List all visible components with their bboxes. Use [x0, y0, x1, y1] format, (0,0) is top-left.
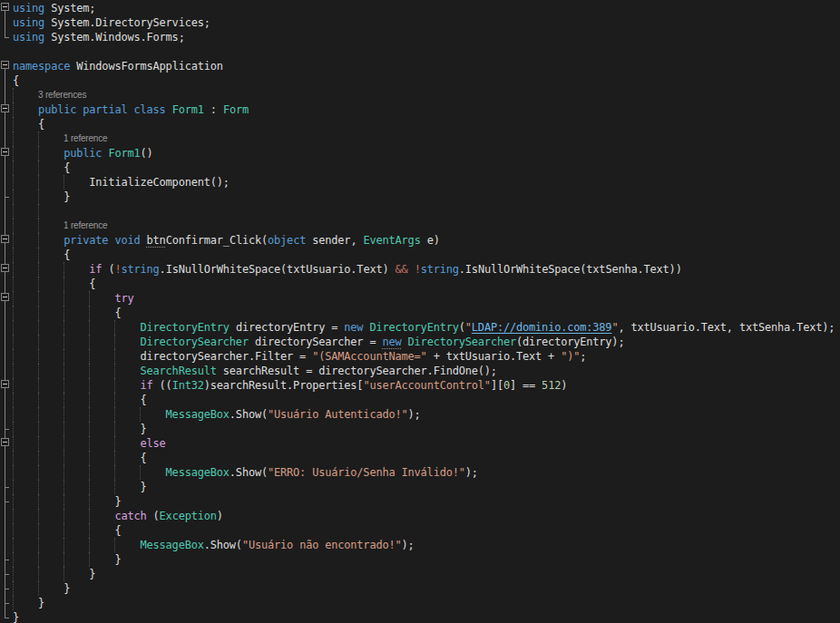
code-token: if	[141, 379, 153, 392]
indent-guide	[13, 552, 14, 567]
indent-guide	[13, 233, 14, 248]
fold-collapse-button[interactable]	[1, 235, 9, 243]
code-token: DirectorySearcher	[141, 336, 249, 348]
minus-icon	[3, 384, 7, 385]
indent-guide	[13, 190, 14, 204]
code-token: new	[382, 336, 401, 348]
indent-guide	[13, 306, 14, 320]
fold-collapse-button[interactable]	[1, 438, 9, 446]
code-token: e)	[421, 234, 440, 247]
code-row: {	[0, 306, 840, 320]
indent-guide	[89, 436, 90, 451]
code-token: 0	[503, 379, 510, 392]
code-token: directorySearcher.Filter =	[13, 350, 312, 363]
code-token: )	[217, 510, 223, 522]
code-token: MessageBox	[166, 408, 230, 421]
indent-guide	[13, 523, 14, 538]
indent-guide	[13, 175, 14, 190]
indent-guide	[38, 567, 39, 581]
indent-guide	[140, 407, 141, 422]
indent-guide	[63, 349, 64, 364]
indent-guide	[63, 378, 64, 393]
code-row: }	[0, 190, 840, 204]
code-token: }	[13, 495, 121, 508]
indent-guide	[63, 393, 64, 407]
code-token	[13, 321, 141, 334]
codelens-references-link[interactable]: 1 reference	[63, 131, 107, 145]
code-row: {	[0, 161, 840, 175]
indent-guide	[114, 349, 115, 364]
fold-scope-end	[5, 618, 9, 618]
code-token: !	[415, 263, 421, 276]
indent-guide	[13, 88, 14, 102]
indent-guide	[89, 523, 90, 538]
code-token: );	[402, 539, 415, 551]
indent-guide	[114, 364, 115, 378]
indent-guide	[13, 146, 14, 161]
indent-guide	[63, 306, 64, 320]
fold-collapse-button[interactable]	[1, 380, 9, 388]
code-token: }	[13, 582, 70, 595]
indent-guide	[63, 320, 64, 335]
code-token: {	[13, 307, 121, 319]
code-token: InitializeComponent();	[13, 176, 230, 189]
code-token	[13, 539, 141, 551]
indent-guide	[38, 248, 39, 262]
indent-guide	[114, 436, 115, 451]
url-link[interactable]: LDAP://dominio.com:389	[472, 321, 612, 334]
indent-guide	[38, 465, 39, 480]
indent-guide	[38, 523, 39, 538]
code-token: (	[459, 321, 465, 334]
indent-guide	[140, 465, 141, 480]
code-token: DirectoryEntry	[141, 321, 230, 334]
codelens-references-link[interactable]: 3 references	[38, 88, 86, 102]
code-row: namespace WindowsFormsApplication	[0, 59, 840, 73]
code-row: {	[0, 277, 840, 291]
code-row: {	[0, 73, 840, 88]
indent-guide	[63, 451, 64, 465]
fold-collapse-button[interactable]	[1, 264, 9, 272]
fold-collapse-button[interactable]	[1, 104, 9, 112]
fold-collapse-button[interactable]	[1, 293, 9, 301]
code-row: MessageBox.Show("ERRO: Usuário/Senha Inv…	[0, 465, 840, 480]
indent-guide	[63, 465, 64, 480]
code-token: using	[13, 31, 44, 44]
minus-icon	[3, 6, 7, 7]
code-token: {	[13, 74, 19, 87]
codelens-row: 1 reference	[0, 219, 840, 233]
code-token	[402, 336, 408, 348]
code-token: private	[63, 234, 108, 247]
indent-guide	[38, 131, 39, 146]
indent-guide	[114, 480, 115, 494]
indent-guide	[38, 190, 39, 204]
code-row: directorySearcher.Filter = "(SAMAccountN…	[0, 349, 840, 364]
code-token: "(SAMAccountName="	[312, 350, 426, 363]
indent-guide	[38, 262, 39, 277]
code-row: public Form1()	[0, 146, 840, 161]
code-row: }	[0, 581, 840, 596]
code-token: .Show(	[204, 539, 242, 551]
minus-icon	[3, 297, 7, 297]
indent-guide	[38, 494, 39, 509]
minus-icon	[3, 108, 7, 109]
code-row	[0, 204, 840, 219]
code-token	[13, 336, 141, 348]
code-token: );	[408, 408, 421, 421]
code-token: .Show(	[230, 408, 268, 421]
indent-guide	[38, 349, 39, 364]
code-row: DirectorySearcher directorySearcher = ne…	[0, 335, 840, 349]
indent-guide	[13, 204, 14, 219]
fold-scope-end	[5, 603, 9, 604]
minus-icon	[3, 442, 7, 443]
fold-collapse-button[interactable]	[1, 148, 9, 156]
codelens-references-link[interactable]: 1 reference	[63, 219, 107, 232]
fold-collapse-button[interactable]	[1, 61, 9, 69]
code-token: using	[13, 16, 44, 29]
code-token: void	[114, 234, 140, 247]
fold-scope-end	[5, 429, 9, 430]
indent-guide	[13, 364, 14, 378]
fold-collapse-button[interactable]	[1, 3, 9, 11]
code-editor[interactable]: using System;using System.DirectoryServi…	[0, 0, 840, 623]
code-area[interactable]: using System;using System.DirectoryServi…	[0, 1, 840, 623]
indent-guide	[114, 320, 115, 335]
